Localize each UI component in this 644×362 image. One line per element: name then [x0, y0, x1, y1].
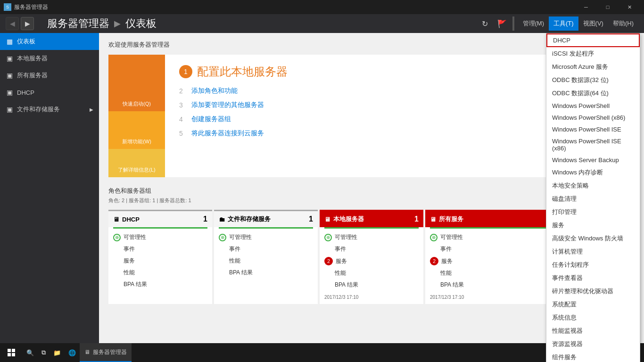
dropdown-item-services[interactable]: 服务 [546, 219, 640, 232]
minimize-button[interactable]: ─ [575, 0, 597, 14]
forward-button[interactable]: ▶ [21, 17, 34, 30]
local-services[interactable]: 2 服务 [320, 255, 423, 267]
local-manageability[interactable]: ⊕ 可管理性 [320, 231, 423, 243]
role-card-dhcp: 🖥 DHCP 1 ⊕ 可管理性 事件 [108, 210, 212, 304]
taskbar-server-manager-app[interactable]: 🖥 服务器管理器 [80, 343, 132, 362]
role-card-file-storage: 🖿 文件和存储服务 1 ⊕ 可管理性 事件 [214, 210, 318, 304]
search-button[interactable]: 🔍 [23, 343, 38, 362]
dropdown-item-wsb[interactable]: Windows Server Backup [546, 154, 640, 166]
dhcp-events[interactable]: 事件 [108, 243, 212, 255]
dropdown-item-print-mgmt[interactable]: 打印管理 [546, 206, 640, 219]
dropdown-item-local-policy[interactable]: 本地安全策略 [546, 179, 640, 192]
sidebar-item-file-storage[interactable]: ▣ 文件和存储服务 ▶ [0, 101, 99, 118]
dhcp-performance[interactable]: 性能 [108, 267, 212, 279]
back-button[interactable]: ◀ [6, 17, 19, 30]
tools-dropdown-menu: DHCP iSCSI 发起程序 Microsoft Azure 服务 ODBC … [546, 33, 640, 362]
dropdown-item-firewall[interactable]: 高级安全 Windows 防火墙 [546, 232, 640, 245]
dropdown-item-disk-cleanup[interactable]: 磁盘清理 [546, 192, 640, 206]
sidebar-item-local-server[interactable]: ▣ 本地服务器 [0, 50, 99, 67]
dropdown-item-powershell-x86[interactable]: Windows PowerShell (x86) [546, 112, 640, 123]
dropdown-item-perf-monitor[interactable]: 性能监视器 [546, 324, 640, 337]
dropdown-item-mem-diag[interactable]: Windows 内存诊断 [546, 166, 640, 179]
local-performance[interactable]: 性能 [320, 267, 423, 279]
dashboard-icon: ▦ [6, 38, 13, 45]
local-bpa[interactable]: BPA 结果 [320, 279, 423, 291]
qs-number-circle: 1 [179, 65, 192, 78]
role-card-header-local: 🖥 本地服务器 1 [320, 211, 423, 227]
flag-button[interactable]: 🚩 [495, 17, 509, 30]
tiles-column: 快速启动(Q) 新增功能(W) 了解详细信息(L) [108, 55, 165, 177]
app-icon: S [4, 3, 11, 11]
sidebar-item-dhcp[interactable]: ▣ DHCP [0, 84, 99, 101]
top-menu: 管理(M) 工具(T) 视图(V) 帮助(H) [518, 16, 639, 31]
tile-quick-start[interactable]: 快速启动(Q) [108, 55, 165, 111]
dropdown-item-defrag[interactable]: 碎片整理和优化驱动器 [546, 285, 640, 298]
dropdown-item-event-viewer[interactable]: 事件查看器 [546, 272, 640, 285]
fs-bpa[interactable]: BPA 结果 [214, 267, 318, 279]
fs-events[interactable]: 事件 [214, 243, 318, 255]
sidebar-item-label: 本地服务器 [17, 54, 48, 63]
dhcp-card-icon: 🖥 [113, 216, 119, 223]
green-check-icon: ⊕ [430, 234, 438, 241]
qs-item-link-4[interactable]: 将此服务器连接到云服务 [191, 129, 264, 138]
local-events[interactable]: 事件 [320, 243, 423, 255]
dropdown-item-component-services[interactable]: 组件服务 [546, 351, 640, 362]
dropdown-item-powershell[interactable]: Windows PowerShell [546, 100, 640, 112]
breadcrumb-current: 仪表板 [125, 16, 157, 31]
dropdown-item-task-scheduler[interactable]: 任务计划程序 [546, 258, 640, 272]
all-servers-icon: ▣ [6, 72, 13, 79]
explorer-button[interactable]: 📁 [50, 343, 65, 362]
menu-bar: ◀ ▶ 服务器管理器 ▶ 仪表板 ↻ 🚩 管理(M) 工具(T) 视图(V) 帮… [0, 14, 644, 33]
dropdown-item-resource-monitor[interactable]: 资源监视器 [546, 337, 640, 351]
qs-item-link-3[interactable]: 创建服务器组 [191, 115, 231, 123]
close-button[interactable]: ✕ [619, 0, 640, 14]
title-bar-text: 服务器管理器 [14, 3, 48, 11]
dropdown-item-powershell-ise[interactable]: Windows PowerShell ISE [546, 123, 640, 135]
tile-quick-start-label: 快速启动(Q) [123, 100, 151, 107]
ie-button[interactable]: 🌐 [65, 343, 80, 362]
dropdown-item-dhcp[interactable]: DHCP [546, 33, 640, 47]
dropdown-item-azure[interactable]: Microsoft Azure 服务 [546, 60, 640, 74]
role-card-title-fs: 🖿 文件和存储服务 [219, 215, 271, 223]
role-card-header-fs: 🖿 文件和存储服务 1 [214, 211, 318, 227]
menu-tools[interactable]: 工具(T) [549, 16, 578, 31]
start-button[interactable] [0, 343, 23, 362]
taskbar-app-icon: 🖥 [84, 349, 90, 355]
qs-item-num: 4 [179, 115, 187, 123]
menu-manage[interactable]: 管理(M) [518, 16, 549, 31]
tile-learn-more[interactable]: 了解详细信息(L) [108, 149, 165, 177]
dropdown-item-sys-info[interactable]: 系统信息 [546, 311, 640, 324]
sidebar-item-dashboard[interactable]: ▦ 仪表板 [0, 33, 99, 50]
dropdown-item-odbc64[interactable]: ODBC 数据源(64 位) [546, 87, 640, 100]
dhcp-icon: ▣ [6, 89, 13, 96]
fs-card-icon: 🖿 [219, 216, 225, 223]
fs-manageability[interactable]: ⊕ 可管理性 [214, 231, 318, 243]
role-card-title-local: 🖥 本地服务器 [324, 215, 364, 223]
sidebar-item-label: DHCP [17, 89, 34, 96]
file-storage-icon: ▣ [6, 106, 13, 113]
dropdown-item-sys-config[interactable]: 系统配置 [546, 298, 640, 311]
dhcp-bpa[interactable]: BPA 结果 [108, 279, 212, 290]
tile-new-features[interactable]: 新增功能(W) [108, 111, 165, 149]
dropdown-item-powershell-ise-x86[interactable]: Windows PowerShell ISE (x86) [546, 135, 640, 154]
role-card-local-server: 🖥 本地服务器 1 ⊕ 可管理性 事件 2 [320, 210, 423, 304]
fs-performance[interactable]: 性能 [214, 255, 318, 267]
refresh-button[interactable]: ↻ [479, 17, 492, 30]
menu-help[interactable]: 帮助(H) [608, 16, 638, 31]
tile-learn-more-label: 了解详细信息(L) [118, 166, 155, 173]
dropdown-item-odbc32[interactable]: ODBC 数据源(32 位) [546, 74, 640, 87]
qs-item-link-1[interactable]: 添加角色和功能 [191, 87, 238, 95]
dhcp-services[interactable]: 服务 [108, 255, 212, 267]
all-card-icon: 🖥 [430, 216, 436, 223]
dropdown-item-iscsi[interactable]: iSCSI 发起程序 [546, 47, 640, 60]
dhcp-manageability[interactable]: ⊕ 可管理性 [108, 231, 212, 243]
green-check-icon: ⊕ [324, 234, 332, 241]
local-timestamp: 2017/12/3 17:10 [320, 291, 423, 302]
menu-view[interactable]: 视图(V) [578, 16, 608, 31]
qs-item-link-2[interactable]: 添加要管理的其他服务器 [191, 101, 264, 109]
task-view-button[interactable]: ⧉ [38, 343, 50, 362]
maximize-button[interactable]: □ [597, 0, 619, 14]
dropdown-item-computer-mgmt[interactable]: 计算机管理 [546, 245, 640, 258]
sidebar-item-all-servers[interactable]: ▣ 所有服务器 [0, 67, 99, 84]
qs-item-num: 2 [179, 87, 187, 95]
